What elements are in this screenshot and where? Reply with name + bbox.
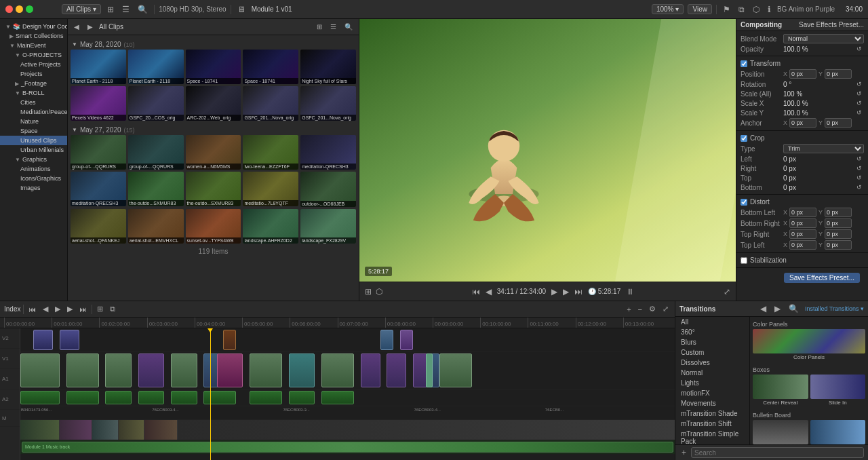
bottom-left-x-input[interactable]: [789, 208, 816, 217]
position-x-input[interactable]: [789, 69, 816, 79]
trans-cat-mtsp[interactable]: mTransition Simple Pack: [675, 429, 749, 444]
trans-cat-movements[interactable]: Movements: [675, 398, 749, 408]
stabilization-checkbox[interactable]: [741, 257, 747, 264]
video-clip[interactable]: [289, 353, 315, 387]
minimize-button[interactable]: [16, 5, 23, 13]
timeline-settings[interactable]: ⚙: [647, 304, 658, 314]
sidebar-item-footage[interactable]: ▶ _Footage: [0, 79, 67, 88]
trans-cat-dissolves[interactable]: Dissolves: [675, 358, 749, 368]
video-clip[interactable]: [66, 353, 99, 387]
trans-cat-mts[interactable]: mTransition Shade: [675, 408, 749, 419]
media-thumb[interactable]: Planet Earth - 2118: [128, 50, 184, 84]
flag-icon[interactable]: ⚑: [721, 4, 732, 15]
share-icon[interactable]: ⬡: [751, 4, 762, 15]
media-thumb[interactable]: aerial-shot...QFANKEJ: [71, 209, 126, 244]
video-clip[interactable]: [171, 353, 197, 387]
trans-thumb-item[interactable]: Color Panels: [753, 329, 865, 361]
preview-pause-btn[interactable]: ⏸: [626, 287, 634, 296]
audio-clip[interactable]: [289, 391, 315, 404]
timeline-zoom-out[interactable]: −: [636, 305, 644, 314]
audio-clip[interactable]: [66, 391, 99, 404]
sidebar-item-graphics[interactable]: ▼ Graphics: [0, 155, 67, 164]
video-clip[interactable]: [426, 353, 433, 387]
crop-top-reset[interactable]: ↺: [854, 174, 864, 182]
scale-x-reset-btn[interactable]: ↺: [854, 99, 864, 107]
clip[interactable]: [380, 330, 393, 350]
preview-fullscreen-btn[interactable]: ⤢: [724, 287, 730, 296]
trans-cat-360[interactable]: 360°: [675, 327, 749, 337]
forward-btn[interactable]: ▶: [85, 22, 95, 31]
audio-clip[interactable]: [321, 391, 354, 404]
search-media-btn[interactable]: 🔍: [342, 22, 355, 31]
sidebar-item-images[interactable]: Images: [0, 183, 67, 193]
opacity-reset-btn[interactable]: ↺: [854, 45, 864, 53]
media-thumb[interactable]: aerial-shot...EMVHXCL: [128, 209, 184, 244]
audio-clip[interactable]: [203, 391, 236, 404]
media-thumb[interactable]: Space - 18741: [243, 50, 298, 84]
sidebar-item-b-roll[interactable]: ▼ B-ROLL: [0, 88, 67, 98]
all-clips-dropdown[interactable]: All Clips ▾: [62, 4, 101, 14]
media-thumb[interactable]: Planet Earth - 2118: [71, 50, 126, 84]
media-thumb[interactable]: group-of-...QQRURS: [128, 135, 184, 170]
top-left-x-input[interactable]: [789, 240, 816, 250]
grid-btn[interactable]: ⊞: [315, 22, 324, 31]
audio-clip[interactable]: [171, 391, 197, 404]
media-thumb[interactable]: outdoor-...OD68JEB: [300, 172, 356, 206]
scale-all-reset-btn[interactable]: ↺: [854, 90, 864, 98]
save-effects-preset-btn[interactable]: Save Effects Preset...: [784, 273, 860, 283]
sidebar-item-unused-clips[interactable]: Unused Clips: [0, 136, 67, 145]
timeline-next-btn[interactable]: ▶: [65, 304, 75, 314]
back-btn[interactable]: ◀: [72, 22, 81, 31]
trans-ctrl-btn[interactable]: ▶: [772, 303, 783, 314]
crop-right-reset[interactable]: ↺: [854, 164, 864, 172]
trans-thumb-item[interactable]: Center Reveal: [753, 375, 808, 406]
video-clip[interactable]: [217, 353, 243, 387]
sidebar-item-icons-graphics[interactable]: Icons/Graphics: [0, 174, 67, 183]
timeline-tracks[interactable]: B04D1473-056... 76ECB003-4... 76ECB003-3…: [20, 328, 675, 460]
scale-y-reset-btn[interactable]: ↺: [854, 109, 864, 117]
preview-next-frame-btn[interactable]: ▶: [563, 287, 569, 296]
distort-header[interactable]: Distort: [736, 197, 868, 207]
clip[interactable]: [223, 330, 236, 350]
clip[interactable]: [33, 330, 53, 350]
trans-cat-all[interactable]: All: [675, 317, 749, 327]
media-thumb[interactable]: Pexels Videos 4622: [71, 86, 126, 121]
preview-rewind-btn[interactable]: ⏮: [472, 287, 480, 296]
timeline-zoom-in[interactable]: +: [625, 305, 633, 314]
view-dropdown[interactable]: View: [688, 4, 712, 14]
grid-view-btn[interactable]: ⊞: [105, 4, 116, 15]
preview-zoom-btn[interactable]: ⊞: [365, 287, 372, 296]
video-clip[interactable]: [361, 353, 380, 387]
video-clip[interactable]: [20, 353, 60, 387]
trans-cat-blurs[interactable]: Blurs: [675, 337, 749, 347]
media-thumb[interactable]: women-a...N6M5MS: [186, 135, 241, 170]
media-thumb[interactable]: Night Sky full of Stars: [300, 50, 356, 84]
sidebar-item-urban-millenials[interactable]: Urban Millenials: [0, 145, 67, 155]
library-root[interactable]: ▼ 📚 Design Your Cool Life: [0, 22, 67, 31]
search-btn[interactable]: 🔍: [136, 4, 150, 15]
trans-cat-normal[interactable]: Normal: [675, 368, 749, 378]
crop-bottom-reset[interactable]: ↺: [854, 183, 864, 191]
fullscreen-button[interactable]: [26, 5, 33, 13]
media-thumb[interactable]: landscape_FX2829V: [300, 209, 356, 244]
media-thumb[interactable]: landscape-AHFRZ0D2: [243, 209, 298, 244]
distort-checkbox[interactable]: [741, 199, 747, 206]
monitor-btn[interactable]: 🖥: [235, 4, 248, 15]
zoom-dropdown[interactable]: 100% ▾: [652, 4, 684, 14]
stabilization-header[interactable]: Stabilization: [736, 255, 868, 265]
media-thumb[interactable]: GSFC_20...COS_orig: [128, 86, 184, 121]
media-thumb[interactable]: the-outdo...SXMUR83: [186, 172, 241, 206]
bottom-left-y-input[interactable]: [825, 208, 852, 217]
sidebar-item-main-event[interactable]: ▼ MainEvent: [0, 41, 67, 50]
music-clip[interactable]: Module 1 Music track: [22, 442, 673, 453]
bottom-right-y-input[interactable]: [825, 218, 852, 228]
list-view-btn[interactable]: ☰: [120, 4, 132, 15]
date-group-header-1[interactable]: ▼ May 28, 2020 (10): [71, 38, 356, 50]
trans-ctrl-btn[interactable]: ◀: [758, 303, 768, 314]
media-thumb[interactable]: meditatio...7L8YQTF: [243, 172, 298, 206]
audio-clip[interactable]: [105, 391, 132, 404]
preview-play-btn[interactable]: ▶: [551, 287, 557, 296]
preview-end-btn[interactable]: ⏭: [574, 287, 583, 296]
timeline-end-btn[interactable]: ⏭: [77, 305, 89, 314]
top-left-y-input[interactable]: [825, 240, 852, 250]
